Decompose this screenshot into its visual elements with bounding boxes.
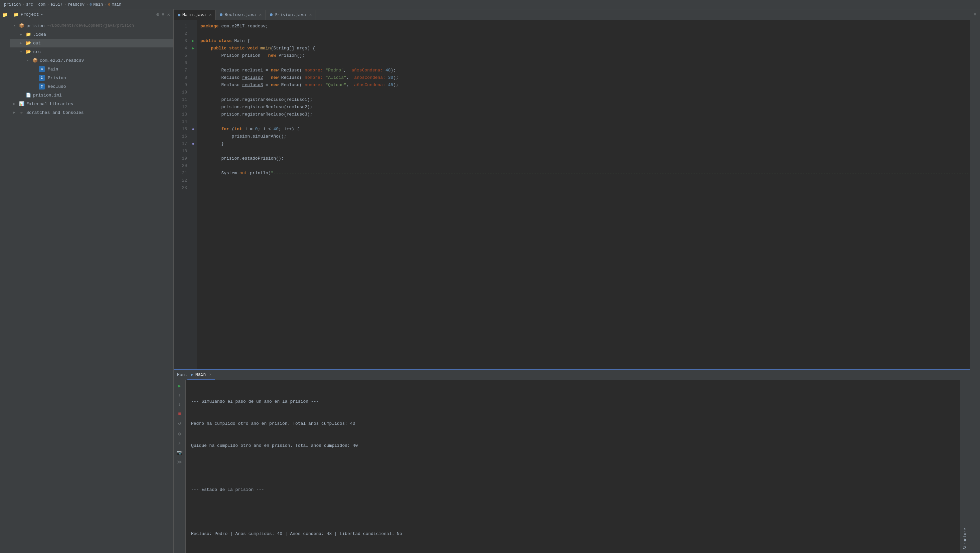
bottom-tab-main[interactable]: ▶ Main ✕ [188, 370, 215, 380]
gutter-21 [190, 170, 196, 177]
tree-prision-label: prision [26, 23, 45, 29]
console-line-6: Recluso: Pedro | Años cumplidos: 40 | Añ… [191, 530, 955, 538]
tree-arrow-ext: ▶ [13, 102, 19, 106]
project-close-icon[interactable]: ✕ [167, 12, 170, 17]
bottom-content-area: ▶ ↑ ↓ ■ ↺ ⚙ ⚡ 📷 ≫ --- Simulando el paso … [174, 380, 970, 553]
breadcrumb-main: Main [93, 2, 103, 7]
bottom-tab-icon: ▶ [191, 372, 193, 377]
project-panel: 📁 Project ▾ ⚙ ≡ ✕ ▾ 📦 prision ~/Document… [10, 10, 174, 553]
gutter-2 [190, 30, 196, 37]
gutter-5 [190, 52, 196, 59]
run-filter-icon[interactable]: ⚡ [176, 439, 184, 447]
line-numbers: 12345 678910 1112131415 1617181920 21222… [174, 20, 190, 369]
run-settings-icon[interactable]: ⚙ [176, 430, 184, 438]
tree-item-recluso[interactable]: ▶ C Recluso [10, 82, 173, 91]
gutter-bp-15[interactable]: ◆ [190, 126, 196, 133]
gutter-23 [190, 184, 196, 192]
breadcrumb-readcsv: readcsv [67, 2, 84, 7]
scratches-icon: ✏ [19, 110, 25, 116]
console-output: --- Simulando el paso de un año en la pr… [186, 380, 960, 553]
bottom-tab-close[interactable]: ✕ [209, 372, 212, 377]
console-line-1: Pedro ha cumplido otro año en prisión. T… [191, 420, 955, 427]
console-line-3 [191, 464, 955, 472]
code-content[interactable]: package com.e2517.readcsv; public class … [197, 20, 970, 369]
tree-ext-libs-label: External Libraries [26, 102, 73, 106]
java-icon-recluso: C [39, 84, 45, 89]
tree-item-main-cls[interactable]: ▶ C Main [10, 65, 173, 73]
tree-item-prision-cls[interactable]: ▶ C Prision [10, 73, 173, 82]
tree-item-scratches[interactable]: ▶ ✏ Scratches and Consoles [10, 108, 173, 117]
project-folder-icon: 📁 [13, 12, 19, 17]
project-icon[interactable]: 📁 [2, 11, 9, 18]
tree-prision-path: ~/Documents/development/java/prision [48, 23, 134, 28]
console-line-0: --- Simulando el paso de un año en la pr… [191, 398, 955, 405]
gutter-run-4[interactable]: ▶ [190, 45, 196, 52]
gutter-18 [190, 148, 196, 155]
tree-arrow-pkg: ▾ [27, 59, 32, 62]
right-panel-icon[interactable]: ≡ [972, 11, 979, 18]
gutter-bp-17[interactable]: ◆ [190, 140, 196, 148]
bottom-sidebar: ▶ ↑ ↓ ■ ↺ ⚙ ⚡ 📷 ≫ [174, 380, 186, 553]
run-stop-icon[interactable]: ■ [176, 410, 184, 418]
right-structure-panel: ≡ [970, 10, 980, 553]
breadcrumb-project: prision [4, 2, 21, 7]
ext-libs-icon: 📊 [19, 101, 25, 107]
gutter: ▶ ▶ ◆ ◆ [190, 20, 197, 369]
tree-iml-label: prision.iml [33, 93, 62, 98]
package-icon: 📦 [32, 57, 38, 64]
gutter-7 [190, 67, 196, 74]
gutter-19 [190, 155, 196, 162]
run-rerun-icon[interactable]: ↺ [176, 419, 184, 427]
gutter-run-3[interactable]: ▶ [190, 37, 196, 45]
tree-src-label: src [33, 49, 41, 54]
run-play-icon[interactable]: ▶ [176, 382, 184, 390]
tab-prision-java-label: Prision.java [275, 12, 306, 17]
run-scroll-down-icon[interactable]: ↓ [176, 400, 184, 408]
tab-prision-java[interactable]: Prision.java ✕ [266, 10, 316, 20]
folder-icon-src: 📂 [25, 49, 32, 55]
run-scroll-up-icon[interactable]: ↑ [176, 391, 184, 399]
tree-scratches-label: Scratches and Consoles [26, 110, 84, 115]
tree-item-idea[interactable]: ▶ 📁 .idea [10, 30, 173, 39]
tree-item-prision[interactable]: ▾ 📦 prision ~/Documents/development/java… [10, 21, 173, 30]
run-terminal-icon[interactable]: ≫ [176, 458, 184, 466]
code-editor[interactable]: 12345 678910 1112131415 1617181920 21222… [174, 20, 970, 369]
gutter-20 [190, 162, 196, 170]
bottom-structure-tab[interactable]: Structure [960, 380, 970, 553]
structure-rotated-label[interactable]: Structure [963, 528, 968, 550]
project-title: Project [21, 12, 39, 17]
project-collapse-icon[interactable]: ≡ [162, 12, 164, 17]
tree-item-ext-libs[interactable]: ▶ 📊 External Libraries [10, 100, 173, 108]
tab-recluso-java[interactable]: Recluso.java ✕ [216, 10, 266, 20]
breadcrumb-src: src [26, 2, 33, 7]
tree-item-src[interactable]: ▾ 📂 src [10, 48, 173, 56]
tree-arrow: ▾ [13, 24, 19, 28]
project-dropdown-icon[interactable]: ▾ [41, 13, 43, 17]
tree-prision-icon: 📦 [19, 23, 25, 29]
console-line-4: --- Estado de la prisión --- [191, 486, 955, 494]
gutter-16 [190, 133, 196, 140]
tree-item-pkg[interactable]: ▾ 📦 com.e2517.readcsv [10, 56, 173, 65]
java-icon-main: C [39, 66, 45, 72]
tab-prision-close[interactable]: ✕ [309, 12, 312, 17]
project-header: 📁 Project ▾ ⚙ ≡ ✕ [10, 10, 173, 20]
breadcrumb-method: main [112, 2, 122, 7]
gutter-13 [190, 111, 196, 118]
run-camera-icon[interactable]: 📷 [176, 448, 184, 456]
run-label: Run: [177, 372, 188, 377]
project-settings-icon[interactable]: ⚙ [156, 12, 159, 17]
tree-arrow-idea: ▶ [20, 32, 25, 37]
folder-icon-idea: 📁 [25, 32, 32, 37]
breadcrumb-e2517: e2517 [51, 2, 62, 7]
gutter-14 [190, 118, 196, 126]
bottom-tab-bar: Run: ▶ Main ✕ [174, 370, 970, 380]
tab-bar: Main.java ✕ Recluso.java ✕ Prision.java … [174, 10, 970, 20]
tab-recluso-close[interactable]: ✕ [259, 12, 261, 17]
tab-main-close[interactable]: ✕ [209, 12, 212, 17]
tree-item-out[interactable]: ▶ 📂 out [10, 39, 173, 48]
tree-item-iml[interactable]: ▶ 📄 prision.iml [10, 91, 173, 100]
tab-main-java[interactable]: Main.java ✕ [174, 10, 216, 20]
editor-area: Main.java ✕ Recluso.java ✕ Prision.java … [174, 10, 970, 369]
tree-idea-label: .idea [33, 32, 46, 37]
gutter-22 [190, 177, 196, 184]
